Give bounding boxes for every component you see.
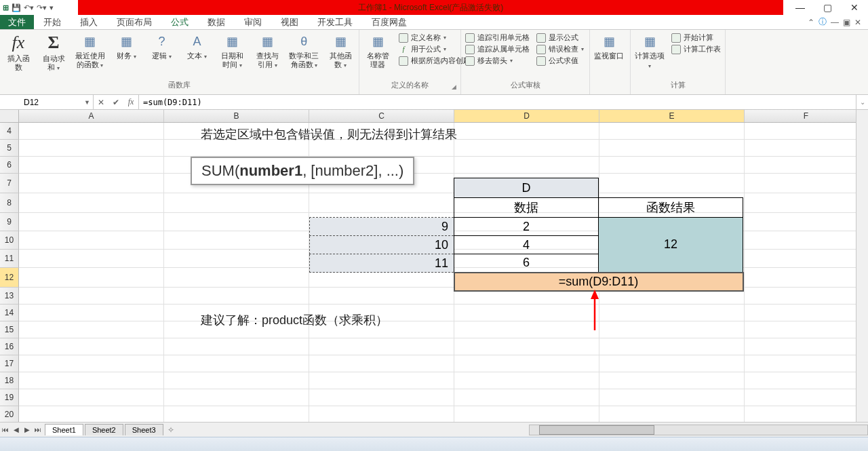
tab-layout[interactable]: 页面布局 xyxy=(107,15,161,29)
col-header-D[interactable]: D xyxy=(454,110,599,122)
row-header-15[interactable]: 15 xyxy=(0,321,19,338)
cell[interactable] xyxy=(454,389,599,406)
tab-baidu[interactable]: 百度网盘 xyxy=(362,15,416,29)
fx-button-icon[interactable]: fx xyxy=(123,97,138,107)
cell[interactable] xyxy=(19,268,164,288)
formula-input[interactable] xyxy=(139,95,856,109)
cell[interactable] xyxy=(164,231,309,250)
cell[interactable] xyxy=(454,338,599,355)
row-header-14[interactable]: 14 xyxy=(0,305,19,321)
sheet-next-icon[interactable]: ▶ xyxy=(22,426,33,433)
cell[interactable] xyxy=(454,372,599,389)
lookup-button[interactable]: ▦查找与引用 xyxy=(254,33,282,70)
cell[interactable] xyxy=(745,213,868,231)
datetime-button[interactable]: ▦日期和时间 xyxy=(218,33,247,70)
row-header-16[interactable]: 16 xyxy=(0,338,19,355)
tab-home[interactable]: 开始 xyxy=(34,15,71,29)
cell[interactable] xyxy=(745,268,868,288)
wb-minimize-icon[interactable]: — xyxy=(831,18,839,27)
row-header-12[interactable]: 12 xyxy=(0,268,19,288)
row-header-5[interactable]: 5 xyxy=(0,140,19,157)
cell[interactable] xyxy=(745,305,868,321)
cell[interactable] xyxy=(745,389,868,406)
scroll-thumb[interactable] xyxy=(539,425,654,435)
cell[interactable] xyxy=(745,321,868,338)
tab-insert[interactable]: 插入 xyxy=(71,15,107,29)
cell[interactable] xyxy=(164,372,309,389)
cell[interactable] xyxy=(745,288,868,305)
tab-view[interactable]: 视图 xyxy=(271,15,308,29)
cell[interactable] xyxy=(309,389,454,406)
cell[interactable] xyxy=(19,321,164,338)
tab-data[interactable]: 数据 xyxy=(198,15,235,29)
formula-expand-icon[interactable]: ⌄ xyxy=(856,95,868,109)
cancel-icon[interactable]: ✕ xyxy=(94,98,108,107)
tab-review[interactable]: 审阅 xyxy=(235,15,271,29)
cell[interactable] xyxy=(599,389,745,406)
cell[interactable] xyxy=(599,140,745,157)
cell[interactable] xyxy=(745,140,868,157)
watch-window-button[interactable]: ▦监视窗口 xyxy=(594,33,624,60)
insert-function-button[interactable]: fx插入函数 xyxy=(4,33,33,72)
row-header-11[interactable]: 11 xyxy=(0,250,19,268)
col-header-B[interactable]: B xyxy=(164,110,309,122)
cell[interactable] xyxy=(745,250,868,268)
undo-icon[interactable]: ↶▾ xyxy=(24,3,34,12)
calc-now-button[interactable]: 开始计算 xyxy=(671,33,721,43)
row-header-18[interactable]: 18 xyxy=(0,372,19,389)
logical-button[interactable]: ?逻辑 xyxy=(148,33,176,61)
other-button[interactable]: ▦其他函数 xyxy=(326,33,355,70)
tab-dev[interactable]: 开发工具 xyxy=(308,15,362,29)
select-all-corner[interactable] xyxy=(0,110,19,123)
col-header-F[interactable]: F xyxy=(745,110,868,122)
cell[interactable] xyxy=(309,372,454,389)
cell[interactable] xyxy=(19,372,164,389)
row-header-8[interactable]: 8 xyxy=(0,193,19,213)
sheet-tab-2[interactable]: Sheet2 xyxy=(85,424,123,435)
enter-icon[interactable]: ✔ xyxy=(108,98,123,107)
cell[interactable] xyxy=(745,372,868,389)
cell[interactable] xyxy=(599,372,745,389)
cell[interactable] xyxy=(19,213,164,231)
new-sheet-icon[interactable]: ✧ xyxy=(167,425,174,435)
row-header-17[interactable]: 17 xyxy=(0,355,19,372)
row-header-4[interactable]: 4 xyxy=(0,123,19,140)
cell[interactable] xyxy=(309,338,454,355)
cell[interactable] xyxy=(745,157,868,174)
math-button[interactable]: θ数学和三角函数 xyxy=(289,33,320,70)
name-box-dropdown-icon[interactable]: ▼ xyxy=(84,99,90,106)
cell[interactable] xyxy=(164,406,309,422)
spreadsheet-grid[interactable]: ABCDEF 456789101112131415161718192021 若选… xyxy=(0,110,868,422)
cell[interactable] xyxy=(164,268,309,288)
calc-options-button[interactable]: ▦计算选项 xyxy=(635,33,665,71)
recent-button[interactable]: ▦最近使用的函数 xyxy=(75,33,106,70)
cell[interactable] xyxy=(164,193,309,213)
cell[interactable] xyxy=(454,321,599,338)
vertical-scrollbar[interactable] xyxy=(856,110,868,422)
cell[interactable] xyxy=(164,338,309,355)
cell[interactable] xyxy=(19,123,164,140)
save-icon[interactable]: 💾 xyxy=(12,3,21,12)
text-button[interactable]: A文本 xyxy=(183,33,212,61)
minimize-ribbon-icon[interactable]: ⌃ xyxy=(808,18,814,27)
financial-button[interactable]: ▦财务 xyxy=(113,33,141,61)
wb-restore-icon[interactable]: ▣ xyxy=(843,18,850,27)
cell[interactable] xyxy=(19,193,164,213)
eval-formula-button[interactable]: 公式求值 xyxy=(536,56,584,66)
sheet-last-icon[interactable]: ⏭ xyxy=(33,426,43,433)
define-name-button[interactable]: 定义名称 xyxy=(399,33,471,43)
cell[interactable] xyxy=(599,406,745,422)
minimize-button[interactable]: — xyxy=(787,2,814,13)
cell[interactable] xyxy=(19,231,164,250)
cell[interactable] xyxy=(309,355,454,372)
cell[interactable] xyxy=(19,338,164,355)
cell[interactable] xyxy=(745,231,868,250)
cell[interactable] xyxy=(19,355,164,372)
tab-formula[interactable]: 公式 xyxy=(161,15,198,29)
file-tab[interactable]: 文件 xyxy=(0,15,34,29)
calc-sheet-button[interactable]: 计算工作表 xyxy=(671,44,721,54)
cell[interactable] xyxy=(454,305,599,321)
row-header-20[interactable]: 20 xyxy=(0,406,19,422)
cell[interactable] xyxy=(454,123,599,140)
cell[interactable] xyxy=(19,305,164,321)
